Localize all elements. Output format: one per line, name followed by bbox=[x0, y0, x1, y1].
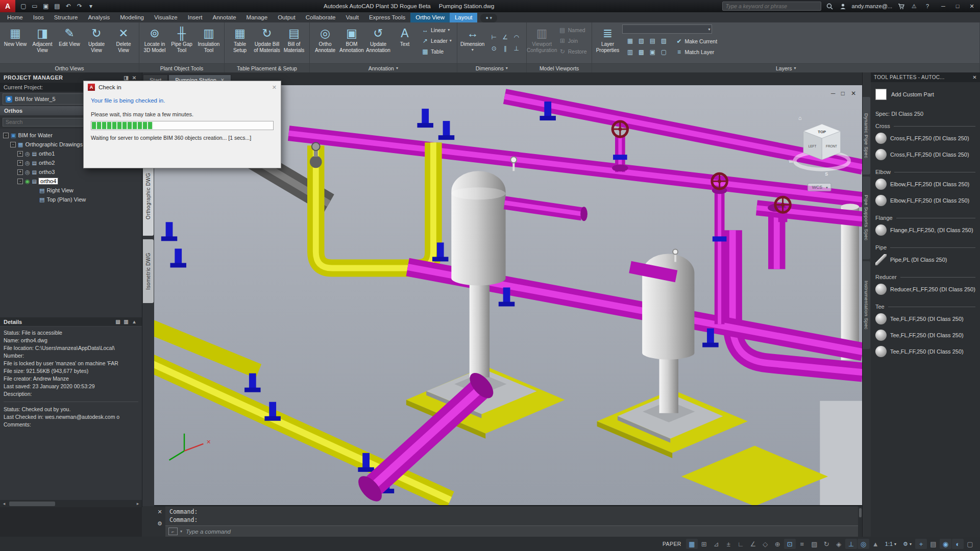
tool-palettes-header[interactable]: TOOL PALETTES - AUTOC... ✕ bbox=[871, 72, 980, 82]
clean-screen-icon[interactable]: ▢ bbox=[964, 539, 976, 549]
undo-icon[interactable]: ↶ bbox=[63, 1, 74, 11]
ribbon-tab[interactable]: Isos bbox=[28, 13, 49, 22]
scroll-left-icon[interactable]: ◂ bbox=[1, 501, 7, 506]
ribbon-button[interactable]: ◎ Ortho Annotate bbox=[312, 23, 338, 62]
ribbon-tab[interactable]: Modeling bbox=[115, 13, 149, 22]
part-icon[interactable] bbox=[875, 195, 887, 206]
ribbon-small-button[interactable]: ▦ Table bbox=[420, 46, 454, 57]
dimension-tool-icon[interactable]: ⊢ bbox=[488, 32, 500, 43]
ribbon-button[interactable]: ▣ BOM Annotation bbox=[338, 23, 365, 62]
palette-close-icon[interactable]: ✕ bbox=[972, 74, 977, 80]
dimension-tool-icon[interactable]: ∥ bbox=[500, 43, 511, 54]
palette-tab[interactable]: Dynamic Pipe Spec bbox=[863, 97, 870, 174]
palette-row[interactable]: Pipe Pipe bbox=[875, 244, 975, 251]
expand-toggle-icon[interactable]: + bbox=[17, 160, 23, 166]
command-input-row[interactable]: ⌐ ▾ bbox=[165, 525, 858, 537]
chevron-down-icon[interactable]: ▾ bbox=[910, 542, 912, 546]
palette-row[interactable]: Tee Tee bbox=[875, 304, 975, 310]
ribbon-tab[interactable]: Output bbox=[273, 13, 301, 22]
add-custom-part-button[interactable]: Add Custom Part bbox=[875, 86, 975, 103]
layer-tool-icon[interactable]: ▧ bbox=[635, 35, 647, 46]
ribbon-tab[interactable]: Insert bbox=[183, 13, 208, 22]
maximize-button[interactable]: □ bbox=[950, 0, 965, 12]
ribbon-button[interactable]: ▤ Bill of Materials bbox=[281, 23, 307, 62]
pm-horizontal-scrollbar[interactable]: ◂ ▸ bbox=[0, 500, 142, 507]
palette-row[interactable]: Reducer Reducer bbox=[875, 274, 975, 280]
chevron-down-icon[interactable]: ▾ bbox=[894, 542, 896, 546]
part-icon[interactable] bbox=[875, 284, 887, 295]
palette-tab[interactable]: Instrumentation Spec bbox=[863, 261, 870, 349]
dropdown-arrow-icon[interactable]: ▾ bbox=[448, 28, 450, 32]
viewcube-top-face[interactable]: TOP bbox=[818, 130, 826, 134]
panel-label-table-placement[interactable]: Table Placement & Setup bbox=[225, 63, 309, 72]
dimension-tool-icon[interactable]: ◠ bbox=[511, 32, 522, 43]
palette-row[interactable]: Elbow,FL,FF,250 (DI Class 250) Elbow,FL,… bbox=[875, 176, 975, 192]
palette-row[interactable]: Tee,FL,FF,250 (DI Class 250) Tee,FL,FF,2… bbox=[875, 327, 975, 343]
compass-west-label[interactable]: W bbox=[789, 159, 793, 164]
part-icon[interactable] bbox=[875, 346, 887, 357]
ribbon-button[interactable]: ↻ Update Bill of Materials bbox=[254, 23, 280, 62]
palette-row[interactable]: Reducer,FL,FF,250 (DI Class 250) Reducer… bbox=[875, 281, 975, 297]
ortho-mode-icon[interactable]: ∟ bbox=[735, 539, 747, 549]
palette-row[interactable]: Flange,FL,FF,250, (DI Class 250) Flange,… bbox=[875, 222, 975, 238]
infer-constraints-icon[interactable]: ⊿ bbox=[710, 539, 722, 549]
compass-south-label[interactable]: S bbox=[825, 171, 828, 177]
paper-space-indicator[interactable]: PAPER bbox=[663, 541, 681, 547]
dimension-tool-icon[interactable]: ⊥ bbox=[511, 43, 522, 54]
ribbon-tab[interactable]: Visualize bbox=[149, 13, 183, 22]
viewport-window-controls[interactable]: ─ □ ✕ bbox=[830, 90, 856, 97]
dimension-tool-icon[interactable]: ∠ bbox=[500, 32, 511, 43]
wcs-selector[interactable]: WCS ▾ bbox=[808, 183, 831, 191]
isometric-drafting-icon[interactable]: ◇ bbox=[760, 539, 771, 549]
viewcube-home-icon[interactable]: ⌂ bbox=[798, 115, 802, 121]
ribbon-small-button[interactable]: ↻ Restore bbox=[557, 46, 589, 57]
dynamic-ucs-icon[interactable]: ⊥ bbox=[845, 539, 857, 549]
palette-row[interactable]: Tee,FL,FF,250 (DI Class 250) Tee,FL,FF,2… bbox=[875, 343, 975, 360]
selection-cycling-icon[interactable]: ↻ bbox=[821, 539, 832, 549]
application-menu-button[interactable]: A bbox=[0, 0, 15, 12]
close-button[interactable]: ✕ bbox=[965, 0, 979, 12]
grid-mode-icon[interactable]: ▦ bbox=[686, 539, 698, 549]
signed-in-user[interactable]: andy.manze@... bbox=[852, 3, 892, 9]
palette-row[interactable]: Cross Cross bbox=[875, 123, 975, 129]
open-file-icon[interactable]: ▭ bbox=[30, 1, 40, 11]
panel-label-layers[interactable]: Layers ▾ bbox=[592, 63, 979, 72]
ribbon-display-options-button[interactable]: ● ▾ bbox=[480, 14, 497, 22]
palette-row[interactable]: Tee,FL,FF,250 (DI Class 250) Tee,FL,FF,2… bbox=[875, 311, 975, 327]
minimize-button[interactable]: ─ bbox=[936, 0, 950, 12]
details-print-icon[interactable]: ▥ bbox=[122, 319, 130, 324]
part-icon[interactable] bbox=[875, 254, 887, 265]
command-close-icon[interactable]: ✕ bbox=[157, 509, 162, 515]
command-customize-icon[interactable]: ⚙ bbox=[157, 520, 162, 527]
layer-tool-icon[interactable]: ▩ bbox=[635, 46, 647, 58]
ribbon-button[interactable]: ⊚ Locate in 3D Model bbox=[141, 23, 168, 62]
ribbon-button[interactable]: ▦ New View bbox=[2, 23, 29, 62]
polar-tracking-icon[interactable]: ∠ bbox=[747, 539, 759, 549]
autoscale-icon[interactable]: ▲ bbox=[870, 539, 881, 549]
ribbon-tab[interactable]: Structure bbox=[49, 13, 83, 22]
panel-label-plant-object-tools[interactable]: Plant Object Tools bbox=[139, 63, 224, 72]
viewport-configuration-button[interactable]: ▥ Viewport Configuration bbox=[529, 23, 555, 62]
viewport-restore-icon[interactable]: □ bbox=[841, 90, 845, 97]
notifications-icon[interactable]: ⚠ bbox=[910, 2, 919, 11]
ribbon-tab[interactable]: Collaborate bbox=[301, 13, 341, 22]
ribbon-tab[interactable]: Home bbox=[2, 13, 28, 22]
keyword-search-input[interactable] bbox=[722, 2, 821, 11]
panel-label-dimensions[interactable]: Dimensions ▾ bbox=[457, 63, 526, 72]
part-icon[interactable] bbox=[875, 133, 887, 144]
isolate-objects-icon[interactable]: ◉ bbox=[940, 539, 951, 549]
ribbon-button[interactable]: ╫ Pipe Gap Tool bbox=[168, 23, 195, 62]
viewcube-front-face[interactable]: FRONT bbox=[826, 144, 837, 148]
command-input[interactable] bbox=[185, 528, 855, 535]
lineweight-icon[interactable]: ≡ bbox=[796, 539, 808, 549]
ribbon-small-button[interactable]: ↗ Leader ▾ bbox=[420, 35, 454, 46]
tree-item[interactable]: ▤ Right View bbox=[1, 186, 141, 195]
expand-toggle-icon[interactable]: + bbox=[17, 151, 23, 157]
ribbon-tab[interactable]: Manage bbox=[241, 13, 273, 22]
help-icon[interactable]: ? bbox=[923, 2, 932, 11]
plot-icon[interactable]: ▤ bbox=[52, 1, 62, 11]
expand-toggle-icon[interactable]: - bbox=[3, 133, 9, 138]
new-file-icon[interactable]: ▢ bbox=[18, 1, 29, 11]
ribbon-tab[interactable]: Vault bbox=[341, 13, 364, 22]
chevron-down-icon[interactable]: ▾ bbox=[708, 27, 710, 32]
